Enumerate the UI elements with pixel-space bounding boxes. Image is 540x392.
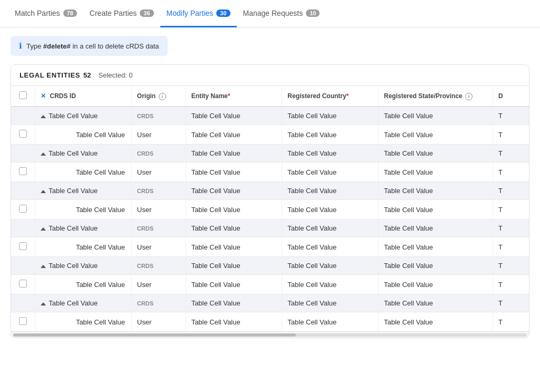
cell-origin-0: CRDS [131, 107, 186, 125]
cell-entity-5[interactable]: Table Cell Value [186, 200, 282, 219]
cell-country-3[interactable]: Table Cell Value [282, 162, 379, 182]
cell-crds-id-4[interactable]: Table Cell Value [35, 182, 132, 200]
cell-d-0[interactable]: T [493, 107, 529, 125]
cell-country-7[interactable]: Table Cell Value [282, 237, 379, 257]
cell-country-0[interactable]: Table Cell Value [282, 107, 379, 125]
cell-crds-id-11[interactable]: Table Cell Value [35, 312, 132, 332]
origin-info-icon[interactable]: i [159, 93, 166, 100]
cell-state-6[interactable]: Table Cell Value [379, 219, 493, 237]
row-checkbox-7[interactable] [19, 242, 27, 250]
cell-state-3[interactable]: Table Cell Value [379, 162, 493, 182]
cell-entity-0[interactable]: Table Cell Value [186, 107, 282, 125]
cell-country-4[interactable]: Table Cell Value [282, 182, 379, 200]
tab-label-match: Match Parties [15, 9, 60, 17]
tab-badge-match: 78 [63, 9, 77, 17]
cell-country-5[interactable]: Table Cell Value [282, 200, 379, 219]
cell-origin-5: User [131, 200, 186, 219]
row-checkbox-5[interactable] [19, 205, 27, 213]
tab-badge-create: 36 [140, 9, 153, 17]
cell-entity-11[interactable]: Table Cell Value [186, 312, 282, 332]
cell-state-1[interactable]: Table Cell Value [379, 125, 493, 145]
cell-country-6[interactable]: Table Cell Value [282, 219, 379, 237]
cell-check-2 [11, 145, 35, 162]
data-table: ✕ CRDS ID Origin i Entity Name* Register… [11, 86, 529, 331]
row-checkbox-9[interactable] [19, 280, 27, 288]
cell-crds-id-5[interactable]: Table Cell Value [35, 200, 132, 219]
cell-state-8[interactable]: Table Cell Value [379, 257, 493, 275]
cell-d-11[interactable]: T [493, 312, 529, 332]
cell-entity-3[interactable]: Table Cell Value [186, 162, 282, 182]
row-checkbox-11[interactable] [19, 317, 27, 325]
cell-check-9[interactable] [11, 275, 35, 294]
col-header-registered-country: Registered Country* [282, 86, 379, 107]
cell-check-10 [11, 294, 35, 312]
tab-create[interactable]: Create Parties 36 [83, 1, 160, 27]
cell-crds-id-6[interactable]: Table Cell Value [35, 219, 132, 237]
cell-d-4[interactable]: T [493, 182, 529, 200]
cell-state-7[interactable]: Table Cell Value [379, 237, 493, 257]
cell-crds-id-0[interactable]: Table Cell Value [35, 107, 132, 125]
chevron-up-icon-0 [41, 115, 46, 118]
cell-d-5[interactable]: T [493, 200, 529, 219]
cell-d-9[interactable]: T [493, 275, 529, 294]
cell-d-7[interactable]: T [493, 237, 529, 257]
cell-crds-id-3[interactable]: Table Cell Value [35, 162, 132, 182]
cell-country-8[interactable]: Table Cell Value [282, 257, 379, 275]
cell-crds-id-9[interactable]: Table Cell Value [35, 275, 132, 294]
cell-check-1[interactable] [11, 125, 35, 145]
tab-manage[interactable]: Manage Requests 10 [237, 1, 326, 27]
table-row: Table Cell Value CRDS Table Cell Value T… [11, 219, 529, 237]
tab-match[interactable]: Match Parties 78 [8, 1, 83, 27]
cell-origin-10: CRDS [131, 294, 186, 312]
cell-state-5[interactable]: Table Cell Value [379, 200, 493, 219]
table-row: Table Cell Value CRDS Table Cell Value T… [11, 145, 529, 162]
cell-check-3[interactable] [11, 162, 35, 182]
cell-check-4 [11, 182, 35, 200]
cell-d-10[interactable]: T [493, 294, 529, 312]
scrollbar-track [13, 333, 527, 337]
reg-state-info-icon[interactable]: i [465, 93, 472, 100]
cell-entity-6[interactable]: Table Cell Value [186, 219, 282, 237]
cell-state-0[interactable]: Table Cell Value [379, 107, 493, 125]
cell-entity-7[interactable]: Table Cell Value [186, 237, 282, 257]
cell-entity-9[interactable]: Table Cell Value [186, 275, 282, 294]
cell-entity-10[interactable]: Table Cell Value [186, 294, 282, 312]
chevron-up-icon-10 [41, 302, 46, 305]
cell-country-11[interactable]: Table Cell Value [282, 312, 379, 332]
row-checkbox-3[interactable] [19, 167, 27, 175]
col-header-d: D [493, 86, 529, 107]
cell-check-7[interactable] [11, 237, 35, 257]
cell-d-8[interactable]: T [493, 257, 529, 275]
cell-state-9[interactable]: Table Cell Value [379, 275, 493, 294]
cell-crds-id-10[interactable]: Table Cell Value [35, 294, 132, 312]
cell-country-2[interactable]: Table Cell Value [282, 145, 379, 162]
cell-entity-4[interactable]: Table Cell Value [186, 182, 282, 200]
cell-state-4[interactable]: Table Cell Value [379, 182, 493, 200]
chevron-up-icon-4 [41, 190, 46, 193]
cell-country-1[interactable]: Table Cell Value [282, 125, 379, 145]
cell-crds-id-2[interactable]: Table Cell Value [35, 145, 132, 162]
cell-crds-id-1[interactable]: Table Cell Value [35, 125, 132, 145]
select-all-checkbox[interactable] [19, 91, 27, 99]
col-header-crds-id: ✕ CRDS ID [35, 86, 132, 107]
cell-entity-2[interactable]: Table Cell Value [186, 145, 282, 162]
cell-d-3[interactable]: T [493, 162, 529, 182]
cell-country-9[interactable]: Table Cell Value [282, 275, 379, 294]
cell-country-10[interactable]: Table Cell Value [282, 294, 379, 312]
cell-entity-1[interactable]: Table Cell Value [186, 125, 282, 145]
cell-state-11[interactable]: Table Cell Value [379, 312, 493, 332]
row-checkbox-1[interactable] [19, 130, 27, 138]
cell-check-11[interactable] [11, 312, 35, 332]
cell-state-2[interactable]: Table Cell Value [379, 145, 493, 162]
cell-check-5[interactable] [11, 200, 35, 219]
cell-d-2[interactable]: T [493, 145, 529, 162]
cell-state-10[interactable]: Table Cell Value [379, 294, 493, 312]
horizontal-scrollbar[interactable] [11, 331, 529, 338]
cell-d-1[interactable]: T [493, 125, 529, 145]
tab-modify[interactable]: Modify Parties 30 [160, 1, 237, 27]
cell-entity-8[interactable]: Table Cell Value [186, 257, 282, 275]
tab-bar: Match Parties 78Create Parties 36Modify … [0, 0, 540, 27]
cell-d-6[interactable]: T [493, 219, 529, 237]
cell-crds-id-8[interactable]: Table Cell Value [35, 257, 132, 275]
cell-crds-id-7[interactable]: Table Cell Value [35, 237, 132, 257]
